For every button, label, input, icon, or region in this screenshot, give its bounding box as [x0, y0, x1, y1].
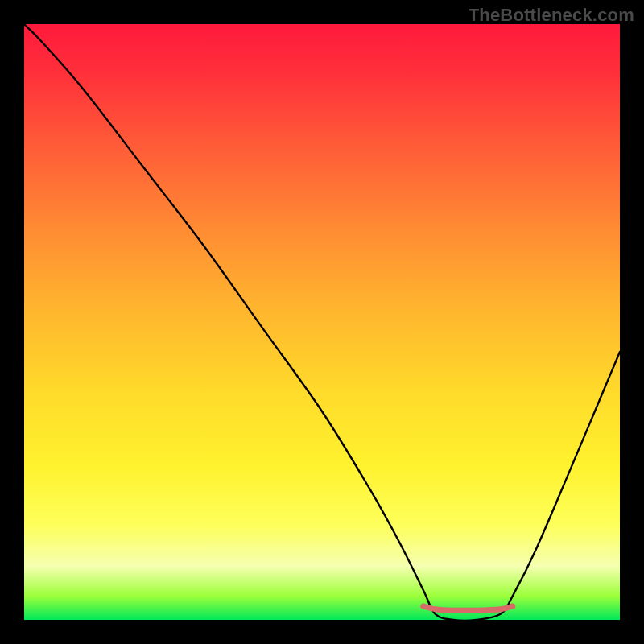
chart-frame: TheBottleneck.com — [0, 0, 644, 644]
plot-area — [24, 24, 620, 620]
bottleneck-curve — [24, 24, 620, 621]
watermark-text: TheBottleneck.com — [469, 5, 634, 26]
bottleneck-curve-svg — [24, 24, 620, 620]
optimal-flat-segment — [423, 606, 513, 610]
